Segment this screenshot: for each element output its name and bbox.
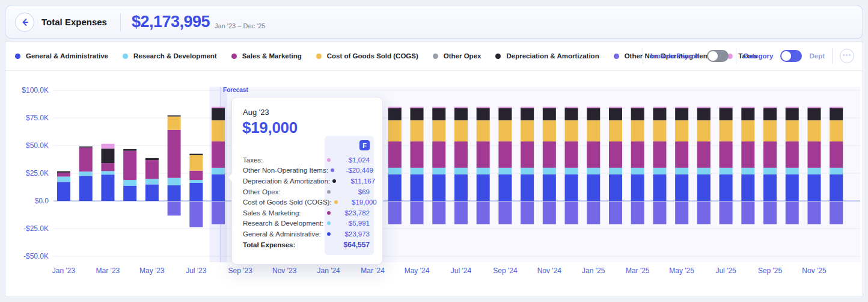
bar-segment-taxes[interactable] [411, 107, 424, 108]
legend-item-opex[interactable]: Other Opex [433, 52, 481, 60]
bar-segment-da[interactable] [212, 108, 225, 120]
bar-segment-nonop[interactable] [565, 202, 578, 224]
bar-segment-nonop[interactable] [587, 202, 600, 224]
bar-segment-da[interactable] [675, 108, 688, 120]
bar-segment-gna[interactable] [79, 176, 93, 201]
bar-segment-sm[interactable] [212, 141, 225, 168]
bar-segment-cogs[interactable] [653, 120, 666, 141]
bar-segment-taxes[interactable] [521, 107, 534, 108]
bar-segment-gna[interactable] [543, 174, 556, 201]
bar-segment-gna[interactable] [432, 174, 445, 201]
bar-segment-cogs[interactable] [763, 120, 777, 141]
bar-segment-sm[interactable] [79, 147, 93, 171]
bar-segment-da[interactable] [411, 108, 424, 120]
bar-segment-taxes[interactable] [807, 107, 821, 108]
bar-segment-rnd[interactable] [212, 168, 225, 174]
bar-segment-rnd[interactable] [388, 168, 402, 174]
bar-segment-gna[interactable] [807, 174, 821, 201]
bar-segment-gna[interactable] [145, 184, 159, 201]
bar-segment-rnd[interactable] [145, 179, 159, 184]
bar-segment-rnd[interactable] [432, 168, 445, 174]
bar-segment-sm[interactable] [123, 151, 136, 180]
bar-segment-sm[interactable] [411, 141, 424, 168]
bar-segment-taxes[interactable] [587, 107, 600, 108]
bar-segment-da[interactable] [477, 108, 490, 120]
bar-segment-gna[interactable] [631, 174, 644, 201]
bar-segment-cogs[interactable] [609, 120, 622, 141]
bar-segment-rnd[interactable] [786, 168, 799, 174]
bar-segment-cogs[interactable] [830, 120, 843, 141]
bar-segment-sm[interactable] [101, 163, 114, 171]
bar-segment-sm[interactable] [697, 141, 711, 168]
bar-segment-taxes[interactable] [631, 107, 644, 108]
bar-segment-rnd[interactable] [763, 168, 777, 174]
bar-segment-gna[interactable] [675, 174, 688, 201]
bar-segment-sm[interactable] [565, 141, 578, 168]
bar-segment-nonop[interactable] [830, 202, 843, 224]
bar-segment-cogs[interactable] [477, 120, 490, 141]
bar-segment-taxes[interactable] [763, 107, 777, 108]
bar-segment-nonop[interactable] [675, 202, 688, 224]
bar-segment-nonop[interactable] [697, 202, 711, 224]
bar-segment-taxes[interactable] [101, 144, 114, 149]
bar-segment-gna[interactable] [168, 185, 181, 201]
bar-segment-rnd[interactable] [57, 177, 70, 182]
bar-segment-taxes[interactable] [653, 107, 666, 108]
bar-segment-taxes[interactable] [212, 107, 225, 108]
bar-segment-gna[interactable] [477, 174, 490, 201]
bar-segment-cogs[interactable] [675, 120, 688, 141]
bar-segment-nonop[interactable] [609, 202, 622, 224]
bar-segment-taxes[interactable] [830, 107, 843, 108]
category-dept-toggle[interactable] [780, 50, 802, 62]
bar-segment-cogs[interactable] [741, 120, 754, 141]
bar-segment-nonop[interactable] [168, 202, 181, 215]
bar-segment-gna[interactable] [720, 174, 733, 201]
legend-item-cogs[interactable]: Cost of Goods Sold (COGS) [316, 52, 418, 60]
bar-segment-rnd[interactable] [587, 168, 600, 174]
bar-segment-cogs[interactable] [720, 120, 733, 141]
bar-segment-gna[interactable] [786, 174, 799, 201]
bar-segment-rnd[interactable] [498, 168, 512, 174]
bar-segment-nonop[interactable] [212, 202, 225, 224]
bar-segment-cogs[interactable] [807, 120, 821, 141]
bar-segment-cogs[interactable] [521, 120, 534, 141]
bar-segment-sm[interactable] [189, 171, 203, 180]
bar-segment-da[interactable] [123, 149, 136, 151]
bar-segment-nonop[interactable] [432, 202, 445, 224]
bar-segment-sm[interactable] [498, 141, 512, 168]
bar-segment-sm[interactable] [609, 141, 622, 168]
bar-segment-taxes[interactable] [543, 107, 556, 108]
bar-segment-taxes[interactable] [498, 107, 512, 108]
bar-segment-sm[interactable] [477, 141, 490, 168]
bar-segment-da[interactable] [189, 154, 203, 155]
bar-segment-da[interactable] [388, 108, 402, 120]
bar-segment-da[interactable] [57, 171, 70, 173]
bar-segment-cogs[interactable] [543, 120, 556, 141]
bar-segment-sm[interactable] [741, 141, 754, 168]
bar-segment-rnd[interactable] [697, 168, 711, 174]
bar-segment-nonop[interactable] [741, 202, 754, 224]
legend-item-da[interactable]: Depreciation & Amortization [495, 52, 599, 60]
bar-segment-cogs[interactable] [432, 120, 445, 141]
bar-segment-sm[interactable] [145, 160, 159, 179]
bar-segment-da[interactable] [101, 149, 114, 163]
bar-segment-sm[interactable] [57, 173, 70, 177]
bar-segment-nonop[interactable] [189, 202, 203, 227]
bar-segment-nonop[interactable] [543, 202, 556, 224]
bar-segment-da[interactable] [609, 108, 622, 120]
bar-segment-cogs[interactable] [168, 117, 181, 130]
bar-segment-taxes[interactable] [477, 107, 490, 108]
bar-segment-taxes[interactable] [565, 107, 578, 108]
bar-segment-cogs[interactable] [587, 120, 600, 141]
bar-segment-nonop[interactable] [631, 202, 644, 224]
bar-segment-gna[interactable] [189, 183, 203, 201]
bar-segment-gna[interactable] [609, 174, 622, 201]
bar-segment-da[interactable] [697, 108, 711, 120]
bar-segment-gna[interactable] [587, 174, 600, 201]
bar-segment-rnd[interactable] [79, 171, 93, 176]
bar-segment-rnd[interactable] [454, 168, 468, 174]
bar-segment-rnd[interactable] [675, 168, 688, 174]
bar-segment-gna[interactable] [697, 174, 711, 201]
bar-segment-da[interactable] [498, 108, 512, 120]
bar-segment-cogs[interactable] [454, 120, 468, 141]
